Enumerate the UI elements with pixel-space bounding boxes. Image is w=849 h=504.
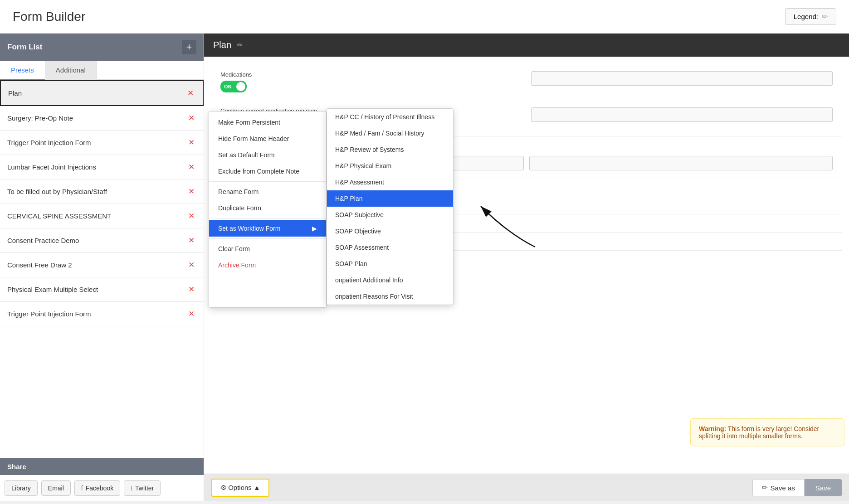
remove-lumbar-button[interactable]: ✕: [186, 162, 196, 172]
medications-row: Medications ON: [220, 71, 833, 92]
medications-col: Medications ON: [220, 71, 522, 92]
ctx-set-default[interactable]: Set as Default Form: [209, 147, 326, 163]
twitter-icon: t: [131, 485, 132, 492]
form-item-trigger2[interactable]: Trigger Point Injection Form✕: [0, 302, 204, 326]
form-item-cervical[interactable]: CERVICAL SPINE ASSESSMENT✕: [0, 204, 204, 228]
remove-cervical-button[interactable]: ✕: [186, 211, 196, 221]
save-buttons: ✏ Save as Save: [752, 479, 842, 496]
medications-input-col: [531, 71, 833, 86]
submenu-soap-objective[interactable]: SOAP Objective: [327, 223, 453, 239]
remove-physexam-button[interactable]: ✕: [186, 285, 196, 294]
form-title-edit-icon[interactable]: ✏: [237, 41, 243, 49]
submenu-hp-review[interactable]: H&P Review of Systems: [327, 141, 453, 158]
submenu-soap-plan[interactable]: SOAP Plan: [327, 256, 453, 272]
ctx-make-persistent[interactable]: Make Form Persistent: [209, 114, 326, 131]
submenu-soap-subjective[interactable]: SOAP Subjective: [327, 207, 453, 223]
sidebar: Form List + Presets Additional Plan✕Surg…: [0, 34, 204, 501]
legend-edit-icon: ✏: [822, 12, 828, 21]
form-list-title: Form List: [7, 43, 42, 52]
form-item-plan[interactable]: Plan✕: [0, 80, 204, 106]
remove-trigger2-button[interactable]: ✕: [186, 309, 196, 319]
remove-surgery-button[interactable]: ✕: [186, 113, 196, 123]
medications-label: Medications: [220, 71, 522, 78]
remove-trigger1-button[interactable]: ✕: [186, 138, 196, 147]
legend-label: Legend:: [794, 13, 818, 20]
submenu-onpatient-visit[interactable]: onpatient Reasons For Visit: [327, 288, 453, 305]
ctx-clear[interactable]: Clear Form: [209, 241, 326, 257]
submenu-soap-assessment[interactable]: SOAP Assessment: [327, 239, 453, 256]
remove-consent-button[interactable]: ✕: [186, 236, 196, 245]
workflow-arrow-icon: ▶: [312, 225, 317, 232]
submenu-hp-assessment[interactable]: H&P Assessment: [327, 174, 453, 190]
form-builder-title: Plan: [213, 40, 231, 50]
name-extra-input[interactable]: [529, 156, 833, 170]
library-button[interactable]: Library: [5, 480, 38, 496]
email-button[interactable]: Email: [41, 480, 71, 496]
ctx-divider-1: [209, 181, 326, 182]
ctx-hide-name[interactable]: Hide Form Name Header: [209, 131, 326, 147]
ctx-divider-2: [209, 218, 326, 218]
add-form-button[interactable]: +: [182, 40, 196, 54]
form-canvas: Medications ON: [204, 57, 849, 474]
facebook-button[interactable]: f Facebook: [74, 480, 120, 496]
medications-toggle-group: ON: [220, 81, 522, 92]
twitter-button[interactable]: t Twitter: [124, 480, 161, 496]
tab-presets[interactable]: Presets: [0, 61, 45, 80]
form-item-lumbar[interactable]: Lumbar Facet Joint Injections✕: [0, 155, 204, 179]
share-buttons: Library Email f Facebook t Twitter: [0, 475, 204, 501]
submenu-hp-cc[interactable]: H&P CC / History of Present Illness: [327, 109, 453, 125]
form-item-physexam[interactable]: Physical Exam Multiple Select✕: [0, 277, 204, 302]
form-item-trigger1[interactable]: Trigger Point Injection Form✕: [0, 131, 204, 155]
warning-label: Warning:: [699, 425, 726, 432]
content-area: Plan ✏ Medications ON: [204, 34, 849, 501]
toggle-knob: [236, 82, 245, 91]
remove-plan-button[interactable]: ✕: [185, 88, 195, 98]
ctx-archive[interactable]: Archive Form: [209, 257, 326, 273]
continue-med-input-col: [531, 107, 833, 122]
ctx-workflow[interactable]: Set as Workflow Form ▶: [209, 220, 326, 237]
context-menu: Make Form Persistent Hide Form Name Head…: [209, 111, 327, 308]
pencil-icon: ✏: [762, 484, 768, 492]
facebook-icon: f: [81, 485, 83, 492]
medications-toggle[interactable]: ON: [220, 81, 247, 92]
form-list: Plan✕Surgery: Pre-Op Note✕Trigger Point …: [0, 80, 204, 458]
ctx-duplicate[interactable]: Duplicate Form: [209, 200, 326, 216]
bottom-bar: ⚙ Options ▲ ✏ Save as Save: [204, 474, 849, 501]
submenu: H&P CC / History of Present Illness H&P …: [327, 108, 454, 305]
share-header: Share: [0, 458, 204, 475]
submenu-hp-med[interactable]: H&P Med / Fam / Social History: [327, 125, 453, 141]
form-item-surgery[interactable]: Surgery: Pre-Op Note✕: [0, 106, 204, 131]
page-title: Form Builder: [13, 10, 85, 24]
app-header: Form Builder Legend: ✏: [0, 0, 849, 34]
tab-additional[interactable]: Additional: [45, 61, 97, 80]
remove-physician-button[interactable]: ✕: [186, 187, 196, 196]
options-button[interactable]: ⚙ Options ▲: [211, 479, 269, 497]
remove-consentfree-button[interactable]: ✕: [186, 260, 196, 270]
context-menu-wrapper: Make Form Persistent Hide Form Name Head…: [209, 111, 454, 308]
main-layout: Form List + Presets Additional Plan✕Surg…: [0, 34, 849, 501]
share-section: Share Library Email f Facebook t Twitter: [0, 458, 204, 501]
sidebar-header: Form List +: [0, 34, 204, 61]
submenu-onpatient-info[interactable]: onpatient Additional Info: [327, 272, 453, 288]
form-item-consentfree[interactable]: Consent Free Draw 2✕: [0, 253, 204, 277]
ctx-exclude-complete[interactable]: Exclude from Complete Note: [209, 163, 326, 179]
form-item-physician[interactable]: To be filled out by Physician/Staff✕: [0, 179, 204, 204]
submenu-hp-plan[interactable]: H&P Plan: [327, 190, 453, 207]
medications-section: Medications ON: [211, 64, 842, 100]
warning-box: Warning: This form is very large! Consid…: [690, 418, 844, 446]
form-builder-header: Plan ✏: [204, 34, 849, 57]
continue-med-input[interactable]: [531, 107, 833, 122]
legend-button[interactable]: Legend: ✏: [785, 8, 836, 25]
save-as-button[interactable]: ✏ Save as: [752, 479, 805, 496]
tabs-container: Presets Additional: [0, 61, 204, 80]
medications-input[interactable]: [531, 71, 833, 86]
save-button[interactable]: Save: [805, 479, 842, 496]
form-item-consent[interactable]: Consent Practice Demo✕: [0, 228, 204, 253]
ctx-divider-3: [209, 238, 326, 239]
ctx-rename[interactable]: Rename Form: [209, 184, 326, 200]
submenu-hp-physical[interactable]: H&P Physical Exam: [327, 158, 453, 174]
